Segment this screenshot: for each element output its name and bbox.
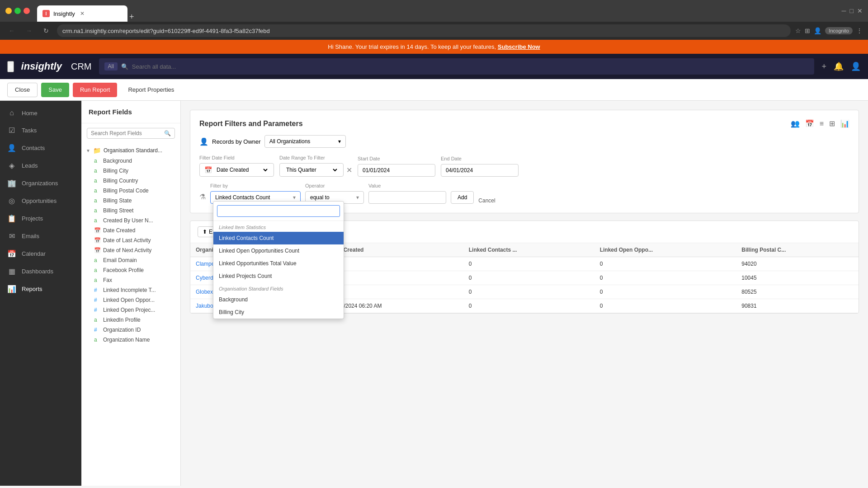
clear-date-range-button[interactable]: ✕ bbox=[346, 166, 352, 174]
field-item-date-created[interactable]: 📅 Date Created bbox=[81, 225, 180, 235]
field-item-background[interactable]: a Background bbox=[81, 156, 180, 166]
home-icon: ⌂ bbox=[7, 109, 16, 117]
dropdown-item-linked-contacts-count[interactable]: Linked Contacts Count bbox=[213, 232, 344, 244]
field-item-date-next-activity[interactable]: 📅 Date of Next Activity bbox=[81, 245, 180, 255]
field-label: Billing Country bbox=[103, 178, 138, 184]
close-window-button[interactable]: ✕ bbox=[857, 7, 863, 14]
field-type-icon: a bbox=[94, 207, 100, 214]
minimize-window-button[interactable]: ─ bbox=[842, 7, 846, 14]
field-item-org-id[interactable]: # Organization ID bbox=[81, 325, 180, 335]
dropdown-search-bar bbox=[213, 202, 344, 221]
tab-close-button[interactable]: ✕ bbox=[79, 10, 86, 17]
filter-date-field-select[interactable]: Date Created bbox=[215, 166, 269, 174]
close-button[interactable]: Close bbox=[7, 83, 38, 97]
maximize-button[interactable] bbox=[14, 8, 21, 14]
field-item-billing-state[interactable]: a Billing State bbox=[81, 196, 180, 206]
sidebar-item-dashboards[interactable]: ▦ Dashboards bbox=[0, 263, 81, 280]
field-item-created-by[interactable]: a Created By User N... bbox=[81, 216, 180, 225]
sidebar-toggle-button[interactable]: ≡ bbox=[7, 61, 14, 72]
search-scope-button[interactable]: All bbox=[104, 62, 118, 70]
menu-button[interactable]: ⋮ bbox=[856, 27, 863, 34]
active-tab[interactable]: I Insightly ✕ bbox=[37, 5, 127, 22]
field-item-billing-city[interactable]: a Billing City bbox=[81, 166, 180, 176]
save-button[interactable]: Save bbox=[41, 83, 69, 97]
filter-icon-button[interactable]: ≡ bbox=[820, 119, 824, 128]
dropdown-item-linked-opp-total[interactable]: Linked Opportunities Total Value bbox=[213, 257, 344, 270]
emails-icon: ✉ bbox=[7, 232, 16, 240]
restore-window-button[interactable]: □ bbox=[850, 7, 854, 14]
sidebar-item-contacts[interactable]: 👤 Contacts bbox=[0, 139, 81, 157]
search-icon: 🔍 bbox=[164, 130, 171, 136]
field-type-icon: a bbox=[94, 277, 100, 283]
grid-view-button[interactable]: ⊞ bbox=[829, 119, 835, 128]
field-item-billing-postal-code[interactable]: a Billing Postal Code bbox=[81, 186, 180, 196]
calendar-view-button[interactable]: 📅 bbox=[805, 119, 814, 128]
profile-button[interactable]: 👤 bbox=[814, 27, 821, 34]
minimize-button[interactable] bbox=[5, 8, 12, 14]
url-input[interactable] bbox=[57, 24, 791, 37]
user-avatar[interactable]: 👤 bbox=[851, 61, 861, 71]
dropdown-item-background[interactable]: Background bbox=[213, 293, 344, 306]
window-close-button[interactable] bbox=[24, 8, 30, 14]
forward-button[interactable]: → bbox=[23, 24, 35, 37]
field-item-linked-open-opp[interactable]: # Linked Open Oppor... bbox=[81, 295, 180, 305]
field-item-billing-country[interactable]: a Billing Country bbox=[81, 176, 180, 186]
dropdown-section-org-standard: Organisation Standard Fields bbox=[213, 282, 344, 293]
cancel-filter-button[interactable]: Cancel bbox=[478, 197, 495, 204]
add-filter-button[interactable]: Add bbox=[451, 191, 474, 204]
sidebar-item-leads[interactable]: ◈ Leads bbox=[0, 157, 81, 174]
notifications-button[interactable]: 🔔 bbox=[834, 61, 844, 71]
org-name-link[interactable]: Cyberd bbox=[196, 275, 213, 281]
field-type-icon: a bbox=[94, 158, 100, 164]
sidebar-item-calendar[interactable]: 📅 Calendar bbox=[0, 245, 81, 263]
report-properties-tab[interactable]: Report Properties bbox=[121, 83, 181, 97]
sidebar-item-home[interactable]: ⌂ Home bbox=[0, 104, 81, 122]
fields-search-input[interactable] bbox=[91, 130, 161, 136]
sidebar-label-home: Home bbox=[22, 110, 38, 117]
field-item-facebook[interactable]: a Facebook Profile bbox=[81, 265, 180, 275]
start-date-input[interactable] bbox=[358, 164, 435, 177]
app-crm-label: CRM bbox=[71, 61, 92, 72]
sidebar-item-projects[interactable]: 📋 Projects bbox=[0, 210, 81, 227]
field-item-date-last-activity[interactable]: 📅 Date of Last Activity bbox=[81, 235, 180, 245]
dropdown-item-linked-projects-count[interactable]: Linked Projects Count bbox=[213, 270, 344, 282]
back-button[interactable]: ← bbox=[5, 24, 18, 37]
extensions-button[interactable]: ⊞ bbox=[805, 27, 810, 34]
field-item-linked-open-proj[interactable]: # Linked Open Projec... bbox=[81, 305, 180, 315]
field-item-org-name[interactable]: a Organization Name bbox=[81, 335, 180, 345]
field-item-linkedin[interactable]: a LinkedIn Profile bbox=[81, 315, 180, 325]
filter-value-input[interactable] bbox=[368, 191, 446, 204]
bookmark-button[interactable]: ☆ bbox=[795, 27, 801, 34]
field-label: Email Domain bbox=[103, 257, 137, 263]
dropdown-search-input[interactable] bbox=[217, 205, 340, 217]
records-owner-label: Records by Owner bbox=[212, 138, 261, 145]
add-button[interactable]: + bbox=[821, 62, 826, 71]
dropdown-item-linked-open-opp-count[interactable]: Linked Open Opportunities Count bbox=[213, 244, 344, 257]
sidebar-item-reports[interactable]: 📊 Reports bbox=[0, 280, 81, 298]
field-item-email-domain[interactable]: a Email Domain bbox=[81, 255, 180, 265]
leads-icon: ◈ bbox=[7, 161, 16, 170]
field-label: Facebook Profile bbox=[103, 267, 144, 273]
owner-icon: 👤 bbox=[199, 137, 208, 146]
new-tab-button[interactable]: + bbox=[129, 12, 134, 22]
people-view-button[interactable]: 👥 bbox=[791, 119, 800, 128]
org-name-link[interactable]: Globex bbox=[196, 289, 213, 295]
field-item-billing-street[interactable]: a Billing Street bbox=[81, 206, 180, 216]
subscribe-link[interactable]: Subscribe Now bbox=[498, 43, 540, 50]
owner-select[interactable]: All Organizations ▾ bbox=[264, 135, 346, 148]
tree-parent-organisation[interactable]: ▼ 📁 Organisation Standard... bbox=[81, 145, 180, 156]
field-item-linked-incomplete[interactable]: # Linked Incomplete T... bbox=[81, 285, 180, 295]
sidebar-item-tasks[interactable]: ☑ Tasks bbox=[0, 122, 81, 139]
sidebar-item-organizations[interactable]: 🏢 Organizations bbox=[0, 174, 81, 192]
end-date-input[interactable] bbox=[441, 164, 519, 177]
run-report-button[interactable]: Run Report bbox=[73, 83, 117, 97]
sidebar-item-opportunities[interactable]: ◎ Opportunities bbox=[0, 192, 81, 210]
chart-view-button[interactable]: 📊 bbox=[840, 119, 849, 128]
field-item-fax[interactable]: a Fax bbox=[81, 275, 180, 285]
refresh-button[interactable]: ↻ bbox=[40, 24, 52, 37]
date-range-select[interactable]: This Quarter bbox=[284, 166, 339, 174]
sidebar-item-emails[interactable]: ✉ Emails bbox=[0, 227, 81, 245]
dropdown-item-billing-city[interactable]: Billing City bbox=[213, 306, 344, 319]
global-search-input[interactable] bbox=[132, 63, 809, 70]
app-header: ≡ insightly CRM All 🔍 + 🔔 👤 bbox=[0, 54, 868, 79]
